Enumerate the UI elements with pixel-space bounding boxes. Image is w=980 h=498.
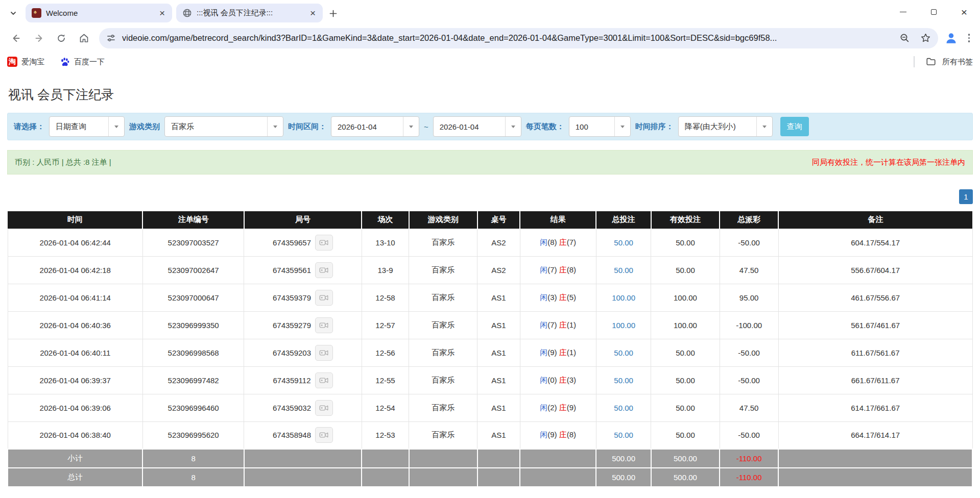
video-replay-button[interactable] [315, 235, 333, 251]
result-banker-score: (1) [567, 348, 576, 357]
browser-window: Welcome × :::视讯 会员下注纪录::: × × [0, 0, 980, 72]
bookmarks-bar: 淘 爱淘宝 百度一下 所有书签 [0, 51, 980, 72]
bookmark-star-icon[interactable] [920, 33, 931, 43]
cell-valid-bet: 50.00 [651, 339, 720, 366]
result-banker-label: 庄 [559, 403, 567, 412]
cell-result: 闲(7) 庄(8) [520, 256, 596, 284]
close-tab-icon[interactable]: × [309, 8, 317, 18]
round-no-text: 674358948 [273, 431, 311, 439]
cell-valid-bet: 100.00 [651, 284, 720, 311]
cell-session: 13-9 [362, 256, 409, 284]
date-end-select[interactable]: 2026-01-04 [433, 116, 521, 137]
video-replay-button[interactable] [315, 290, 333, 306]
game-kind-select[interactable]: 百家乐 [164, 116, 283, 137]
zoom-icon[interactable] [899, 33, 910, 43]
cell-bet-id: 523096997482 [142, 366, 244, 394]
total-bet-link[interactable]: 100.00 [612, 321, 635, 330]
page-content: 视讯 会员下注纪录 请选择： 日期查询 游戏类别 百家乐 时间区间： 2026-… [0, 86, 980, 487]
page-1-button[interactable]: 1 [959, 189, 973, 204]
result-player-label: 闲 [540, 320, 547, 329]
round-no-text: 674359032 [273, 404, 311, 412]
video-replay-button[interactable] [315, 262, 333, 278]
cell-session: 12-56 [362, 339, 409, 366]
maximize-button[interactable] [926, 4, 941, 19]
total-bet-link[interactable]: 50.00 [614, 348, 633, 357]
cell-time: 2026-01-04 06:40:11 [8, 339, 142, 366]
cell-table-no: AS2 [477, 229, 520, 256]
video-replay-icon [319, 321, 329, 330]
home-button[interactable] [74, 28, 94, 48]
column-header: 结果 [520, 211, 596, 229]
cell-payout: -50.00 [720, 339, 778, 366]
result-banker-score: (7) [567, 238, 576, 246]
minimize-button[interactable] [895, 4, 911, 19]
pagination: 1 [7, 189, 973, 204]
address-bar[interactable]: videoie.com/game/betrecord_search/kind3?… [99, 28, 938, 48]
browser-menu-button[interactable] [968, 34, 970, 42]
total-bet-link[interactable]: 50.00 [614, 376, 633, 385]
total-bet-link[interactable]: 50.00 [614, 431, 633, 439]
round-no-wrap: 674359379 [245, 290, 361, 306]
total-bet-link[interactable]: 50.00 [614, 404, 633, 412]
cell-game-kind: 百家乐 [409, 256, 477, 284]
cell-session: 12-54 [362, 394, 409, 421]
reload-button[interactable] [51, 28, 71, 48]
result-banker-label: 庄 [559, 238, 567, 246]
window-controls: × [895, 4, 972, 19]
site-settings-icon[interactable] [106, 33, 116, 43]
tab-betrecord[interactable]: :::视讯 会员下注纪录::: × [176, 4, 323, 22]
video-replay-button[interactable] [315, 372, 333, 388]
chevron-down-icon [10, 10, 17, 17]
footer-empty [477, 449, 520, 468]
url-text[interactable]: videoie.com/game/betrecord_search/kind3?… [122, 33, 777, 43]
tab-welcome[interactable]: Welcome × [26, 4, 172, 22]
footer-empty [520, 449, 596, 468]
per-page-select[interactable]: 100 [569, 116, 631, 137]
date-start-select[interactable]: 2026-01-04 [331, 116, 419, 137]
result-player-label: 闲 [540, 403, 547, 412]
cell-game-kind: 百家乐 [409, 311, 477, 339]
tab-strip: Welcome × :::视讯 会员下注纪录::: × × [0, 0, 980, 25]
total-bet-link[interactable]: 100.00 [612, 293, 635, 302]
bet-table-head: 时间注单编号局号场次游戏类别桌号结果总投注有效投注总派彩备注 [8, 211, 972, 229]
cell-total-bet: 50.00 [596, 256, 651, 284]
video-replay-button[interactable] [315, 400, 333, 416]
footer-empty [477, 468, 520, 487]
sort-select[interactable]: 降幂(由大到小) [678, 116, 773, 137]
close-tab-icon[interactable]: × [158, 8, 166, 18]
video-replay-icon [319, 293, 329, 302]
video-replay-button[interactable] [315, 345, 333, 361]
profile-avatar-icon[interactable] [944, 31, 958, 45]
cell-note: 614.17/661.67 [778, 394, 972, 421]
footer-total-bet: 500.00 [596, 468, 651, 487]
round-no-text: 674359657 [273, 238, 311, 247]
close-window-button[interactable]: × [957, 4, 972, 19]
query-type-select[interactable]: 日期查询 [49, 116, 125, 137]
bookmark-aitaobao[interactable]: 淘 爱淘宝 [7, 57, 44, 67]
video-replay-button[interactable] [315, 427, 333, 443]
search-button[interactable]: 查询 [780, 117, 809, 136]
cell-valid-bet: 50.00 [651, 256, 720, 284]
dropdown-arrow-icon [505, 117, 521, 136]
new-tab-button[interactable] [325, 5, 341, 21]
sort-value: 降幂(由大到小) [679, 117, 756, 136]
all-bookmarks[interactable]: 所有书签 [914, 56, 973, 67]
round-no-text: 674359279 [273, 321, 311, 330]
all-bookmarks-label: 所有书签 [942, 57, 973, 67]
bet-table-foot: 小计8500.00500.00-110.00总计8500.00500.00-11… [8, 449, 972, 487]
bookmark-baidu[interactable]: 百度一下 [60, 57, 105, 67]
cell-bet-id: 523096999350 [142, 311, 244, 339]
dropdown-arrow-icon [614, 117, 630, 136]
column-header: 总派彩 [720, 211, 778, 229]
result-player-score: (3) [547, 293, 559, 302]
back-button[interactable] [6, 28, 27, 48]
bookmark-label: 百度一下 [74, 57, 105, 67]
total-bet-link[interactable]: 50.00 [614, 266, 633, 275]
forward-button[interactable] [29, 28, 49, 48]
bet-table-body: 2026-01-04 06:42:44523097003527674359657… [8, 229, 972, 449]
video-replay-icon [319, 376, 329, 385]
result-player-label: 闲 [540, 238, 547, 246]
video-replay-button[interactable] [315, 317, 333, 333]
tab-search-button[interactable] [5, 5, 21, 21]
total-bet-link[interactable]: 50.00 [614, 238, 633, 247]
